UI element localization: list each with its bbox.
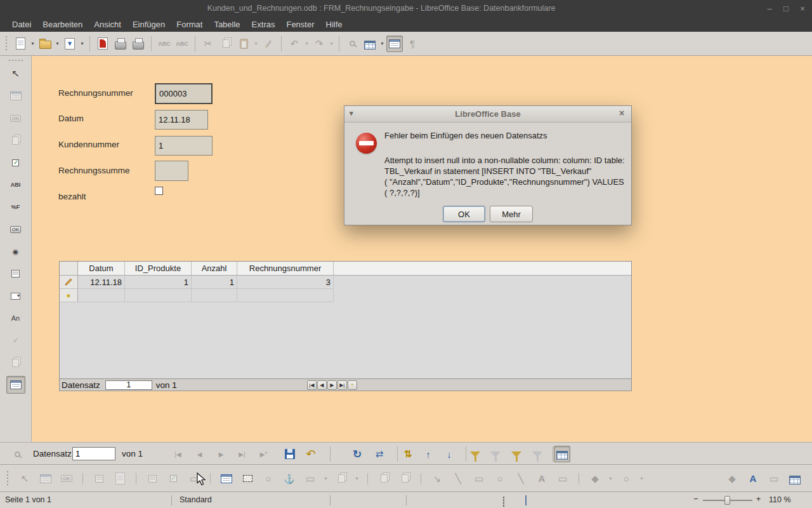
form-design-icon[interactable]: [6, 376, 25, 394]
zoom-slider-thumb[interactable]: [724, 496, 730, 505]
fontwork-gallery-icon[interactable]: A: [745, 471, 761, 487]
new-record-indicator[interactable]: *: [60, 289, 78, 302]
grid-record-input[interactable]: [105, 380, 152, 390]
form-based-filter-icon[interactable]: [508, 446, 525, 462]
dialog-titlebar[interactable]: ▾ LibreOffice Base ×: [344, 106, 631, 123]
open-in-design-mode-icon[interactable]: [218, 471, 235, 487]
invoice-number-field[interactable]: 000003: [155, 83, 213, 104]
dialog-close-icon[interactable]: ×: [616, 108, 627, 118]
empty-cell[interactable]: [192, 289, 237, 302]
toolbar-grip[interactable]: [9, 58, 23, 62]
print-icon[interactable]: [112, 36, 129, 52]
cell-datum[interactable]: 12.11.18: [78, 276, 125, 289]
more-button[interactable]: Mehr: [490, 206, 533, 222]
table-row[interactable]: 12.11.18 1 1 3: [60, 276, 631, 289]
menu-tabelle[interactable]: Tabelle: [208, 18, 246, 31]
grid-next-record-button[interactable]: ▶: [327, 380, 337, 390]
sort-descending-icon[interactable]: ↓: [441, 446, 457, 462]
minimize-icon[interactable]: –: [763, 3, 776, 14]
anchor-icon[interactable]: ⚓: [281, 471, 298, 487]
text-box-icon[interactable]: ABI: [6, 176, 25, 194]
menu-fenster[interactable]: Fenster: [280, 18, 320, 31]
combo-box-icon[interactable]: [6, 287, 25, 305]
menu-datei[interactable]: Datei: [6, 18, 37, 31]
grid-last-record-button[interactable]: ▶|: [337, 380, 347, 390]
grid-new-record-button[interactable]: *: [348, 380, 357, 390]
image-control-icon: [6, 131, 25, 149]
customer-number-field[interactable]: 1: [155, 136, 213, 156]
toolbar-grip[interactable]: [5, 471, 10, 486]
close-icon[interactable]: ×: [796, 3, 809, 14]
undo-data-entry-icon[interactable]: ↶: [303, 446, 319, 462]
grid-first-record-button[interactable]: |◀: [307, 380, 317, 390]
maximize-icon[interactable]: □: [779, 3, 793, 14]
column-header-rechnungsnummer[interactable]: Rechnungsnummer: [237, 262, 334, 276]
data-source-as-table-icon[interactable]: [554, 446, 570, 462]
zoom-percent[interactable]: 110 %: [769, 495, 791, 504]
insert-table-icon[interactable]: [362, 36, 378, 52]
toolbar-separator: [210, 473, 211, 485]
edit-file-icon[interactable]: [95, 36, 111, 52]
grid-prev-record-button[interactable]: ◀: [317, 380, 327, 390]
sort-ascending-icon[interactable]: ↑: [420, 446, 436, 462]
new-record-row[interactable]: *: [60, 289, 631, 302]
select-icon[interactable]: ↖: [6, 65, 25, 83]
empty-cell[interactable]: [78, 289, 125, 302]
open-file-icon[interactable]: [37, 36, 53, 52]
cell-rechnungsnummer[interactable]: 3: [237, 276, 334, 289]
new-document-icon[interactable]: [12, 36, 29, 52]
document-modified-icon[interactable]: [525, 496, 527, 505]
list-box-icon[interactable]: [6, 265, 25, 283]
open-dropdown-icon[interactable]: ▾: [55, 41, 60, 46]
save-icon[interactable]: [62, 36, 78, 52]
record-number-input[interactable]: [72, 447, 115, 460]
zoom-slider[interactable]: [703, 500, 752, 501]
toolbar-grip[interactable]: [4, 36, 8, 51]
menu-format[interactable]: Format: [171, 18, 208, 31]
table-dropdown-icon[interactable]: ▾: [379, 41, 385, 46]
toolbar-separator: [136, 473, 136, 485]
save-dropdown-icon[interactable]: ▾: [79, 41, 85, 46]
grid-corner[interactable]: [60, 262, 78, 276]
formatted-field-icon[interactable]: %F: [6, 198, 25, 216]
paid-checkbox[interactable]: [155, 187, 163, 195]
ellipse-icon: ○: [260, 471, 277, 487]
menu-einfuegen[interactable]: Einfügen: [127, 18, 171, 31]
zoom-out-icon[interactable]: −: [693, 495, 698, 504]
form-design-toggle-icon[interactable]: [386, 36, 403, 52]
autofilter-icon[interactable]: [467, 446, 483, 462]
print-preview-icon[interactable]: [130, 36, 147, 52]
menu-extras[interactable]: Extras: [246, 18, 281, 31]
option-button-icon[interactable]: ◉: [6, 243, 25, 260]
column-header-datum[interactable]: Datum: [78, 262, 125, 276]
selection-mode-icon[interactable]: [503, 497, 504, 506]
check-box-icon[interactable]: [6, 154, 25, 171]
symbol-shapes-icon: ○: [618, 471, 634, 487]
menu-ansicht[interactable]: Ansicht: [88, 18, 127, 31]
column-header-id-produkte[interactable]: ID_Produkte: [125, 262, 192, 276]
refresh-control-icon[interactable]: ⇄: [371, 446, 388, 462]
cell-anzahl[interactable]: 1: [192, 276, 237, 289]
label-field-icon[interactable]: An: [6, 309, 25, 327]
date-field[interactable]: 12.11.18: [155, 110, 208, 130]
menu-bearbeiten[interactable]: Bearbeiten: [37, 18, 88, 31]
invoice-total-field[interactable]: [155, 161, 188, 181]
new-dropdown-icon[interactable]: ▾: [30, 41, 36, 46]
cell-id-produkte[interactable]: 1: [125, 276, 192, 289]
insert-grid-icon[interactable]: [787, 471, 803, 487]
empty-cell[interactable]: [237, 289, 334, 302]
row-edit-indicator[interactable]: [60, 276, 78, 289]
marquee-select-icon[interactable]: [239, 471, 256, 487]
ok-button[interactable]: OK: [443, 206, 485, 222]
sort-icon[interactable]: ⇅: [400, 446, 416, 462]
refresh-icon[interactable]: ↻: [349, 446, 365, 462]
zoom-in-icon[interactable]: +: [756, 495, 761, 504]
menu-hilfe[interactable]: Hilfe: [320, 18, 348, 31]
empty-cell[interactable]: [125, 289, 192, 302]
cut-icon: ✂: [200, 36, 216, 52]
dialog-menu-icon[interactable]: ▾: [350, 109, 353, 117]
column-header-anzahl[interactable]: Anzahl: [192, 262, 237, 276]
page-style[interactable]: Standard: [180, 495, 212, 504]
save-record-icon[interactable]: [282, 446, 298, 462]
push-button-icon[interactable]: OK: [6, 220, 25, 238]
